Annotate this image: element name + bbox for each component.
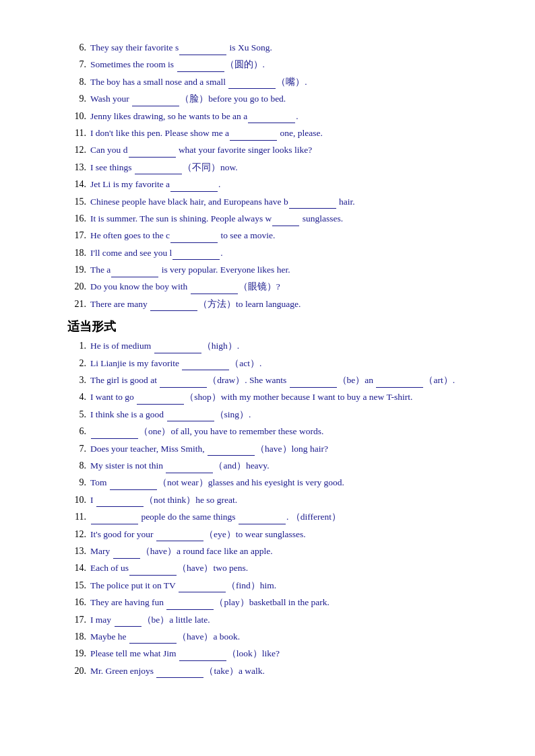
blank bbox=[115, 626, 141, 627]
blank bbox=[208, 455, 255, 456]
list-item: 12. Can you d what your favorite singer … bbox=[67, 143, 481, 158]
list-item: 5. I think she is a good （sing）. bbox=[67, 407, 481, 422]
list-item: 9. Wash your （脸）before you go to bed. bbox=[67, 92, 481, 106]
blank bbox=[160, 387, 207, 388]
blank bbox=[172, 259, 220, 260]
list-item: 7. Sometimes the room is （圆的）. bbox=[67, 57, 481, 72]
section-fill-in: 6. They say their favorite s is Xu Song.… bbox=[67, 40, 481, 312]
blank bbox=[179, 592, 226, 592]
blank bbox=[228, 88, 276, 89]
blank bbox=[154, 353, 201, 353]
list-item: 19. The a is very popular. Everyone like… bbox=[67, 263, 481, 277]
blank bbox=[129, 643, 177, 644]
blank bbox=[376, 387, 423, 388]
section-title-2: 适当形式 bbox=[67, 318, 481, 335]
list-item: 1. He is of medium （high）. bbox=[67, 339, 481, 353]
list-item: 2. Li Lianjie is my favorite （act）. bbox=[67, 356, 481, 371]
blank bbox=[166, 609, 214, 610]
blank bbox=[167, 421, 214, 421]
list-item: 17. I may （be）a little late. bbox=[67, 613, 481, 627]
blank bbox=[230, 140, 277, 141]
blank bbox=[170, 191, 218, 192]
list-item: 16. It is summer. The sun is shining. Pe… bbox=[67, 211, 481, 226]
section-word-form: 1. He is of medium （high）. 2. Li Lianjie… bbox=[67, 339, 481, 679]
blank bbox=[91, 438, 138, 439]
blank bbox=[132, 106, 179, 106]
blank bbox=[156, 677, 203, 678]
blank bbox=[239, 524, 286, 524]
list-item: 11. I don't like this pen. Please show m… bbox=[67, 126, 481, 141]
blank bbox=[177, 71, 224, 72]
list-item: 14. Each of us（have）two pens. bbox=[67, 561, 481, 576]
list-item: 15. The police put it on TV （find）him. bbox=[67, 578, 481, 593]
list-item: 18. I'll come and see you l. bbox=[67, 246, 481, 261]
blank bbox=[179, 660, 226, 661]
blank bbox=[129, 575, 177, 576]
list-item: 6. They say their favorite s is Xu Song. bbox=[67, 40, 481, 55]
blank bbox=[150, 310, 197, 311]
list-item: 21. There are many （方法）to learn language… bbox=[67, 297, 481, 312]
list-item: 9. Tom （not wear）glasses and his eyesigh… bbox=[67, 475, 481, 490]
blank bbox=[137, 404, 184, 405]
list-item: 4. I want to go （shop）with my mother bec… bbox=[67, 390, 481, 405]
list-item: 15. Chinese people have black hair, and … bbox=[67, 195, 481, 209]
blank bbox=[156, 541, 203, 541]
list-item: 19. Please tell me what Jim （look）like? bbox=[67, 646, 481, 661]
list-item: 10. I （not think）he so great. bbox=[67, 493, 481, 508]
list-item: 3. The girl is good at （draw）. She wants… bbox=[67, 373, 481, 388]
blank bbox=[248, 123, 295, 123]
blank bbox=[110, 489, 157, 490]
list-item: 11. people do the same things . （differe… bbox=[67, 510, 481, 524]
blank bbox=[111, 277, 158, 277]
blank bbox=[96, 506, 144, 507]
list-item: 8. The boy has a small nose and a small … bbox=[67, 75, 481, 90]
list-item: 10. Jenny likes drawing, so he wants to … bbox=[67, 109, 481, 124]
list-item: 17. He often goes to the c to see a movi… bbox=[67, 228, 481, 243]
blank bbox=[289, 208, 336, 209]
blank bbox=[91, 524, 138, 524]
list-item: 13. Mary （have）a round face like an appl… bbox=[67, 544, 481, 559]
list-item: 7. Does your teacher, Miss Smith, （have）… bbox=[67, 442, 481, 456]
blank bbox=[166, 473, 213, 473]
blank bbox=[113, 558, 140, 559]
blank bbox=[290, 387, 337, 388]
list-item: 14. Jet Li is my favorite a. bbox=[67, 177, 481, 192]
blank bbox=[272, 226, 299, 226]
blank bbox=[129, 157, 176, 158]
list-item: 8. My sister is not thin （and）heavy. bbox=[67, 458, 481, 473]
list-item: 18. Maybe he （have）a book. bbox=[67, 629, 481, 644]
list-item: 16. They are having fun （play）basketball… bbox=[67, 595, 481, 610]
blank bbox=[182, 370, 229, 370]
blank bbox=[135, 174, 182, 174]
blank bbox=[170, 242, 218, 243]
list-item: 6. （one）of all, you have to remember the… bbox=[67, 424, 481, 439]
list-item: 20. Do you know the boy with （眼镜）? bbox=[67, 279, 481, 294]
blank bbox=[191, 294, 238, 294]
list-item: 20. Mr. Green enjoys （take）a walk. bbox=[67, 664, 481, 679]
blank bbox=[179, 55, 226, 55]
list-item: 13. I see things （不同）now. bbox=[67, 160, 481, 175]
list-item: 12. It's good for your （eye）to wear sung… bbox=[67, 527, 481, 542]
